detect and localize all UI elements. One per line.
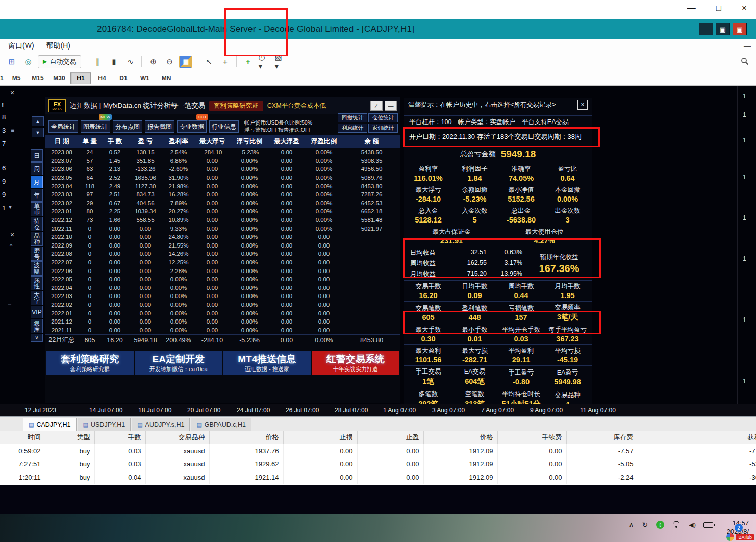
chart-tab-usdjpy[interactable]: ▤USDJPY,H1 [78, 418, 131, 431]
panel-tab[interactable]: 分布点图 [113, 120, 142, 133]
cursor-icon[interactable]: ↖ [202, 56, 215, 68]
notification-badge[interactable]: 2 [735, 524, 743, 532]
outer-close-button[interactable]: × [742, 3, 747, 13]
chevron-down-icon[interactable]: ▼ [8, 204, 13, 210]
terminal-header-cell[interactable]: 止盈 [357, 431, 423, 444]
autotrade-button[interactable]: ▶自动交易 [38, 55, 81, 68]
side-tab-日[interactable]: 日 [31, 149, 43, 162]
side-tab-属性[interactable]: 属性 [31, 276, 43, 290]
terminal-header-cell[interactable]: 交易品种 [145, 431, 209, 444]
chart-tab-gbpaudc[interactable]: ▤GBPAUD.c,H1 [191, 418, 251, 431]
crosshair-icon[interactable]: + [218, 56, 232, 68]
mini-button-返佣统计[interactable]: 返佣统计 [368, 124, 398, 133]
collapse-icon[interactable]: — [744, 42, 751, 50]
banner[interactable]: 套利策略研究套利策略研究群 [46, 351, 134, 375]
bar-chart-icon[interactable]: ∥ [91, 56, 104, 68]
panel-tab[interactable]: 图表统计NEW [81, 120, 110, 133]
candlestick-icon[interactable]: ▮ [107, 56, 120, 68]
side-tab-波幅[interactable]: 波幅 [31, 261, 43, 276]
chart-area[interactable]: × ! ≡ ▼ × ^ ≡ ∨ 8376991 11111111 ▲ ▼ 日周月… [0, 86, 756, 416]
side-tabs-more-icon[interactable]: ∨ [31, 334, 43, 342]
tile-windows-icon[interactable]: ▦ [179, 56, 192, 68]
zoom-in-icon[interactable]: ⊕ [146, 56, 160, 68]
terminal-header-cell[interactable]: 手数 [94, 431, 145, 444]
terminal-header-cell[interactable]: 手续费 [497, 431, 566, 444]
add-indicator-icon[interactable]: + [241, 56, 255, 68]
side-tab-月[interactable]: 月 [31, 176, 43, 188]
timeframe-m30[interactable]: M30 [49, 72, 69, 84]
menu-H[interactable]: 帮助(H) [41, 40, 75, 52]
update-icon[interactable]: ⇧ [656, 521, 664, 529]
banner[interactable]: MT4推送信息迈汇数据 - 推送家 [223, 351, 311, 375]
menu-icon[interactable]: ≡ [8, 299, 12, 307]
mini-button-利息统计[interactable]: 利息统计 [338, 124, 367, 133]
close-icon[interactable]: × [10, 231, 14, 239]
close-icon[interactable]: × [577, 100, 588, 110]
panel-tab[interactable]: 行业信息 [209, 120, 239, 133]
side-tab-周[interactable]: 周 [31, 162, 43, 175]
timeframe-h4[interactable]: H4 [92, 72, 112, 84]
side-tab-VIP[interactable]: VIP [31, 306, 43, 318]
timeframe-m15[interactable]: M15 [28, 72, 48, 84]
terminal-row[interactable]: 0:59:02buy0.03xauusd1937.760.000.001912.… [0, 444, 756, 458]
terminal-header-cell[interactable]: 类型 [45, 431, 94, 444]
terminal-header-cell[interactable]: 库存费 [566, 431, 638, 444]
outer-maximize-button[interactable]: □ [716, 3, 721, 13]
promo-group-button[interactable]: 套利策略研究群 [209, 101, 263, 111]
panel-tab[interactable]: 全局统计 [48, 120, 78, 133]
search-icon[interactable] [741, 57, 749, 67]
timeframe-h1[interactable]: H1 [70, 72, 91, 84]
maximize-button[interactable]: ▣ [716, 23, 730, 35]
line-chart-icon[interactable]: ∿ [123, 56, 137, 68]
zoom-out-icon[interactable]: ⊖ [163, 56, 176, 68]
terminal-header-cell[interactable]: 价格 [423, 431, 497, 444]
close-button[interactable]: ▣ [733, 23, 747, 35]
titlebar[interactable]: 2016784: DecodeGlobalLtd-Main Server - D… [0, 19, 756, 39]
new-order-icon[interactable]: ⊞ [5, 56, 18, 68]
timeframe-m5[interactable]: M5 [6, 72, 27, 84]
terminal-header-cell[interactable]: 获利 [638, 431, 756, 444]
terminal-header-cell[interactable]: 时间 [0, 431, 45, 444]
terminal-header-cell[interactable]: 止损 [283, 431, 357, 444]
scroll-up-icon[interactable]: ▲ [32, 116, 44, 126]
banner[interactable]: EA定制开发开发请加微信：ea70ea [135, 351, 222, 375]
timeframe-d1[interactable]: D1 [113, 72, 134, 84]
market-watch-icon[interactable]: ◎ [21, 56, 35, 68]
templates-icon[interactable]: ▧ ▾ [274, 56, 287, 68]
battery-icon[interactable] [703, 522, 713, 528]
sync-icon[interactable]: ↻ [642, 521, 648, 529]
volume-icon[interactable]: ◀)) [689, 522, 695, 528]
menu-W[interactable]: 窗口(W) [3, 40, 39, 52]
minimize-button[interactable]: — [699, 23, 713, 35]
outer-minimize-button[interactable]: — [687, 3, 696, 13]
chart-tab-cadjpy[interactable]: ▤CADJPY,H1 [23, 418, 77, 431]
timeframe-mn[interactable]: MN [156, 72, 177, 84]
terminal-row[interactable]: 1:20:11buy0.04xauusd1921.140.000.001912.… [0, 471, 756, 484]
scroll-down-icon[interactable]: ▼ [32, 128, 44, 137]
panel-tab[interactable]: 专业数据HOT [177, 120, 207, 133]
terminal-row[interactable]: 7:27:51buy0.03xauusd1929.620.000.001912.… [0, 457, 756, 471]
timeframe-w1[interactable]: W1 [135, 72, 155, 84]
terminal-header-cell[interactable]: 价格 [209, 431, 283, 444]
side-tab-单币[interactable]: 单币 [31, 202, 43, 216]
side-tab-年[interactable]: 年 [31, 189, 43, 202]
side-tab-磨号[interactable]: 磨号 [31, 247, 43, 261]
mini-button-回撤统计[interactable]: 回撤统计 [338, 113, 367, 122]
menu-icon[interactable]: ≡ [11, 127, 14, 134]
side-tab-持仓[interactable]: 持仓 [31, 217, 43, 231]
banner[interactable]: 红警交易系统十年实战实力打造 [312, 351, 399, 375]
chart-tab-audjpys[interactable]: ▤AUDJPY.s,H1 [132, 418, 190, 431]
side-tab-观摩[interactable]: 观摩 [31, 319, 43, 333]
mini-button-仓位统计[interactable]: 仓位统计 [368, 113, 398, 122]
network-icon[interactable] [672, 522, 681, 528]
periods-icon[interactable]: ◷ ▾ [258, 56, 271, 68]
minimize-panel-icon[interactable]: — [385, 101, 397, 111]
side-tab-品种[interactable]: 品种 [31, 232, 43, 246]
taskbar[interactable]: ∧↻⇧◀)) 14:57 2023/8/ 2 BAIlub [0, 514, 756, 542]
hidden-icons-chevron-icon[interactable]: ∧ [628, 521, 634, 529]
close-icon[interactable]: × [10, 89, 14, 97]
side-tab-大字[interactable]: 大字 [31, 291, 43, 305]
chevron-up-icon[interactable]: ^ [10, 243, 12, 249]
resize-icon[interactable]: ∕ [370, 101, 383, 111]
time-axis[interactable]: 12 Jul 202314 Jul 07:0018 Jul 07:0020 Ju… [0, 404, 756, 416]
